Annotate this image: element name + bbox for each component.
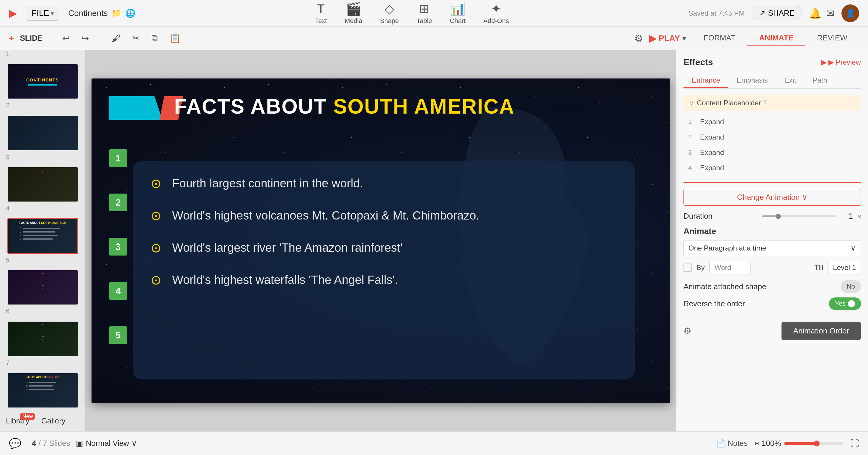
by-checkbox[interactable] — [683, 263, 692, 272]
chat-icon[interactable]: 💬 — [9, 437, 21, 449]
chart-tool[interactable]: 📊 Chart — [450, 1, 466, 25]
table-tool[interactable]: ⊞ Table — [416, 1, 432, 25]
animate-dropdown[interactable]: One Paragraph at a time ∨ — [683, 240, 861, 256]
addons-tool[interactable]: ✦ Add-Ons — [483, 1, 509, 25]
share-button[interactable]: ↗ SHARE — [752, 6, 802, 20]
slide-num-7: 7 — [6, 359, 85, 367]
tab-review[interactable]: REVIEW — [805, 30, 859, 46]
animate-option-label: One Paragraph at a time — [688, 244, 766, 252]
gallery-button[interactable]: Gallery — [41, 416, 65, 425]
library-button[interactable]: Library New — [6, 416, 29, 425]
fact-icon-4: ⊙ — [151, 272, 161, 287]
format-painter-button[interactable]: 🖌 — [108, 32, 123, 45]
slide-thumb-6[interactable] — [7, 321, 78, 356]
cp-arrow-icon: ∨ — [689, 99, 694, 106]
expand-item-1: 1 Expand — [683, 116, 861, 128]
fact-text-1: Fourth largest continent in the world. — [172, 177, 363, 190]
top-right-area: Saved at 7:45 PM ↗ SHARE 🔔 ✉ 👤 — [688, 4, 859, 22]
file-label: FILE — [32, 8, 49, 18]
preview-link[interactable]: ▶ ▶ Preview — [822, 58, 861, 66]
fact-item-2: ⊙ World's highest volcanoes Mt. Cotopaxi… — [151, 208, 617, 223]
message-icon[interactable]: ✉ — [826, 7, 834, 19]
fact-text-4: World's highest waterfalls 'The Angel Fa… — [172, 273, 398, 287]
word-select[interactable]: Word — [709, 261, 751, 274]
slide-thumb-7[interactable]: FACTS ABOUT EUROPE ⊙ ⊙ ⊙ — [7, 373, 78, 408]
cp-label: Content Placeholder 1 — [697, 99, 767, 107]
thumb7-title: FACTS ABOUT EUROPE — [26, 376, 60, 379]
exit-tab[interactable]: Exit — [776, 73, 804, 88]
new-badge: New — [20, 413, 35, 420]
app-logo: ▶ — [9, 7, 17, 20]
cut-button[interactable]: ✂ — [129, 31, 143, 45]
redo-button[interactable]: ↪ — [79, 31, 92, 45]
panel-gear-icon[interactable]: ⚙ — [683, 326, 691, 336]
slide-thumb-2[interactable] — [7, 115, 78, 151]
slide-thumb-5[interactable] — [7, 270, 78, 305]
bell-icon[interactable]: 🔔 — [809, 7, 822, 19]
path-tab[interactable]: Path — [804, 73, 835, 88]
tab-format[interactable]: FORMAT — [692, 30, 747, 46]
emphasis-tab[interactable]: Emphasis — [728, 73, 776, 88]
animation-order-button[interactable]: Animation Order — [781, 322, 861, 340]
shape-tool[interactable]: ◇ Shape — [380, 1, 399, 25]
step-3: 3 — [109, 238, 127, 256]
user-avatar[interactable]: 👤 — [841, 4, 859, 22]
level-select[interactable]: Level 1 — [828, 261, 861, 274]
tool-bar: T Text 🎬 Media ◇ Shape ⊞ Table 📊 Chart ✦… — [142, 1, 683, 25]
globe-icon: 🌐 — [125, 8, 135, 18]
slide-title: FACTS ABOUT SOUTH AMERICA — [174, 95, 515, 118]
view-dropdown-icon: ∨ — [131, 439, 137, 448]
top-icons: 🔔 ✉ — [809, 7, 834, 19]
saved-status: Saved at 7:45 PM — [688, 9, 745, 18]
chart-icon: 📊 — [450, 1, 465, 16]
notes-button[interactable]: 📄 Notes — [716, 439, 748, 448]
duration-label: Duration — [683, 212, 757, 221]
step-1: 1 — [109, 149, 127, 167]
main-slide[interactable]: FACTS ABOUT SOUTH AMERICA 1 2 3 4 5 ⊙ Fo… — [92, 78, 670, 403]
separator-1 — [51, 32, 51, 44]
toggle-circle — [848, 300, 855, 307]
copy-button[interactable]: ⧉ — [149, 31, 161, 45]
title-gold: SOUTH AMERICA — [333, 95, 515, 118]
shape-icon: ◇ — [385, 1, 394, 16]
duration-filled — [762, 216, 777, 217]
panel-header: Effects ▶ ▶ Preview — [683, 57, 861, 67]
notes-icon: 📄 — [716, 439, 725, 448]
duration-slider[interactable] — [762, 216, 836, 217]
paste-button[interactable]: 📋 — [166, 31, 183, 45]
table-icon: ⊞ — [419, 1, 429, 16]
blue-decoration — [109, 96, 162, 120]
reverse-toggle[interactable]: Yes — [829, 297, 861, 310]
slide-thumb-4[interactable]: FACTS ABOUT SOUTH AMERICA ⊙ ⊙ ⊙ ⊙ — [7, 218, 78, 254]
fullscreen-icon[interactable]: ⛶ — [850, 438, 859, 449]
fact-item-4: ⊙ World's highest waterfalls 'The Angel … — [151, 272, 617, 287]
file-button[interactable]: FILE ▾ — [26, 6, 59, 21]
slide-thumb-1[interactable]: CONTINENTS — [7, 64, 78, 99]
duration-row: Duration 1 s — [683, 212, 861, 221]
zoom-slider[interactable] — [784, 442, 843, 445]
animate-attached-row: Animate attached shape No — [683, 280, 861, 293]
fact-text-2: World's highest volcanoes Mt. Cotopaxi &… — [172, 209, 479, 222]
separator-2 — [100, 32, 100, 44]
change-animation-button[interactable]: Change Animation ∨ — [683, 189, 861, 206]
effect-tabs: Entrance Emphasis Exit Path — [683, 73, 861, 89]
thumb1-title: CONTINENTS — [26, 77, 59, 82]
grid-icon: ⊞ — [755, 441, 759, 446]
tab-animate[interactable]: ANIMATE — [747, 30, 805, 46]
settings-icon[interactable]: ⚙ — [634, 32, 643, 44]
step-5: 5 — [109, 326, 127, 344]
undo-button[interactable]: ↩ — [59, 31, 73, 45]
media-tool[interactable]: 🎬 Media — [345, 1, 362, 25]
view-button[interactable]: ▣ Normal View ∨ — [76, 439, 137, 448]
text-icon: T — [317, 2, 325, 16]
zoom-control: ⊞ 100% — [755, 439, 843, 448]
media-icon: 🎬 — [346, 1, 361, 16]
fact-icon-1: ⊙ — [151, 176, 161, 191]
text-tool[interactable]: T Text — [315, 2, 327, 25]
entrance-tab[interactable]: Entrance — [683, 73, 728, 88]
till-label: Till — [814, 263, 824, 272]
play-dropdown-icon: ▾ — [682, 34, 686, 42]
animate-attached-toggle[interactable]: No — [841, 280, 861, 293]
slide-thumb-3[interactable] — [7, 167, 78, 202]
play-button[interactable]: ▶ PLAY ▾ — [649, 33, 686, 44]
